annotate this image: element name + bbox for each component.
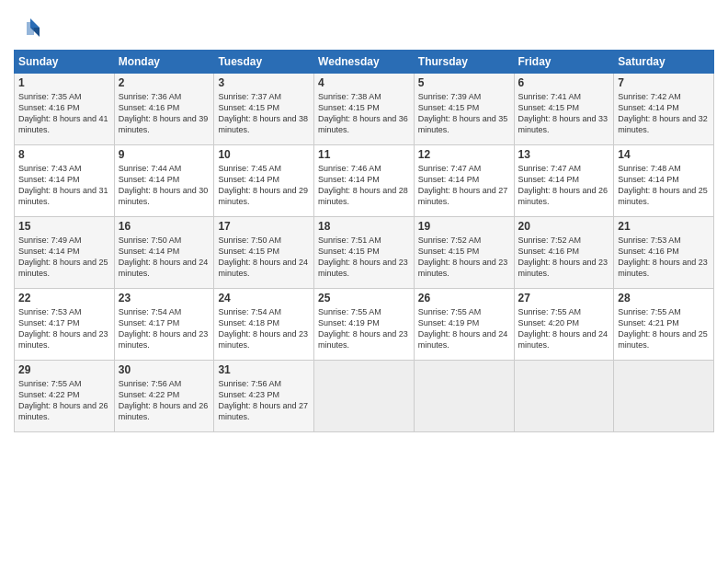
calendar-cell: 25 Sunrise: 7:55 AMSunset: 4:19 PMDaylig… xyxy=(314,289,415,361)
cell-content: Sunrise: 7:50 AMSunset: 4:14 PMDaylight:… xyxy=(119,235,210,280)
calendar-cell: 12 Sunrise: 7:47 AMSunset: 4:14 PMDaylig… xyxy=(414,145,514,217)
cell-content: Sunrise: 7:45 AMSunset: 4:14 PMDaylight:… xyxy=(218,163,310,208)
cell-content: Sunrise: 7:44 AMSunset: 4:14 PMDaylight:… xyxy=(119,163,210,208)
day-number: 2 xyxy=(119,76,210,89)
day-number: 22 xyxy=(18,292,110,304)
day-number: 25 xyxy=(318,292,410,304)
day-number: 8 xyxy=(18,148,110,161)
cell-content: Sunrise: 7:53 AMSunset: 4:16 PMDaylight:… xyxy=(618,235,710,280)
cell-content: Sunrise: 7:48 AMSunset: 4:14 PMDaylight:… xyxy=(618,163,710,208)
cell-content: Sunrise: 7:50 AMSunset: 4:15 PMDaylight:… xyxy=(218,235,310,280)
day-number: 29 xyxy=(18,363,110,376)
day-header-saturday: Saturday xyxy=(614,51,714,74)
cell-content: Sunrise: 7:55 AMSunset: 4:19 PMDaylight:… xyxy=(418,306,510,351)
calendar-cell: 5 Sunrise: 7:39 AMSunset: 4:15 PMDayligh… xyxy=(414,74,514,145)
day-header-friday: Friday xyxy=(514,51,614,74)
day-number: 21 xyxy=(618,220,710,233)
calendar-cell: 11 Sunrise: 7:46 AMSunset: 4:14 PMDaylig… xyxy=(314,145,415,217)
calendar-cell: 29 Sunrise: 7:55 AMSunset: 4:22 PMDaylig… xyxy=(15,361,115,432)
day-number: 11 xyxy=(318,148,410,161)
calendar-cell: 20 Sunrise: 7:52 AMSunset: 4:16 PMDaylig… xyxy=(514,217,614,289)
calendar-cell xyxy=(614,361,714,432)
calendar-cell: 31 Sunrise: 7:56 AMSunset: 4:23 PMDaylig… xyxy=(214,361,314,432)
logo xyxy=(14,15,45,42)
cell-content: Sunrise: 7:39 AMSunset: 4:15 PMDaylight:… xyxy=(418,91,510,136)
day-header-tuesday: Tuesday xyxy=(214,51,314,74)
day-header-wednesday: Wednesday xyxy=(314,51,415,74)
cell-content: Sunrise: 7:36 AMSunset: 4:16 PMDaylight:… xyxy=(119,91,210,136)
cell-content: Sunrise: 7:46 AMSunset: 4:14 PMDaylight:… xyxy=(318,163,410,208)
cell-content: Sunrise: 7:56 AMSunset: 4:22 PMDaylight:… xyxy=(119,378,210,423)
day-number: 7 xyxy=(618,76,710,89)
header xyxy=(14,9,714,42)
week-row-2: 8 Sunrise: 7:43 AMSunset: 4:14 PMDayligh… xyxy=(15,145,714,217)
calendar-cell: 4 Sunrise: 7:38 AMSunset: 4:15 PMDayligh… xyxy=(314,74,415,145)
calendar-cell: 18 Sunrise: 7:51 AMSunset: 4:15 PMDaylig… xyxy=(314,217,415,289)
week-row-3: 15 Sunrise: 7:49 AMSunset: 4:14 PMDaylig… xyxy=(15,217,714,289)
day-number: 20 xyxy=(518,220,610,233)
week-row-1: 1 Sunrise: 7:35 AMSunset: 4:16 PMDayligh… xyxy=(15,74,714,145)
calendar-cell: 9 Sunrise: 7:44 AMSunset: 4:14 PMDayligh… xyxy=(114,145,214,217)
cell-content: Sunrise: 7:42 AMSunset: 4:14 PMDaylight:… xyxy=(618,91,710,136)
day-number: 10 xyxy=(218,148,310,161)
day-number: 3 xyxy=(218,76,310,89)
calendar-cell: 1 Sunrise: 7:35 AMSunset: 4:16 PMDayligh… xyxy=(15,74,115,145)
calendar-cell: 3 Sunrise: 7:37 AMSunset: 4:15 PMDayligh… xyxy=(214,74,314,145)
cell-content: Sunrise: 7:52 AMSunset: 4:16 PMDaylight:… xyxy=(518,235,610,280)
svg-marker-2 xyxy=(27,22,34,35)
calendar-cell: 19 Sunrise: 7:52 AMSunset: 4:15 PMDaylig… xyxy=(414,217,514,289)
calendar-cell: 27 Sunrise: 7:55 AMSunset: 4:20 PMDaylig… xyxy=(514,289,614,361)
cell-content: Sunrise: 7:53 AMSunset: 4:17 PMDaylight:… xyxy=(18,306,110,351)
cell-content: Sunrise: 7:55 AMSunset: 4:21 PMDaylight:… xyxy=(618,306,710,351)
day-number: 18 xyxy=(318,220,410,233)
calendar-cell: 24 Sunrise: 7:54 AMSunset: 4:18 PMDaylig… xyxy=(214,289,314,361)
day-header-monday: Monday xyxy=(114,51,214,74)
calendar-cell: 8 Sunrise: 7:43 AMSunset: 4:14 PMDayligh… xyxy=(15,145,115,217)
day-number: 16 xyxy=(119,220,210,233)
calendar-cell: 7 Sunrise: 7:42 AMSunset: 4:14 PMDayligh… xyxy=(614,74,714,145)
day-number: 30 xyxy=(119,363,210,376)
cell-content: Sunrise: 7:43 AMSunset: 4:14 PMDaylight:… xyxy=(18,163,110,208)
calendar-cell: 14 Sunrise: 7:48 AMSunset: 4:14 PMDaylig… xyxy=(614,145,714,217)
calendar-cell: 26 Sunrise: 7:55 AMSunset: 4:19 PMDaylig… xyxy=(414,289,514,361)
day-number: 28 xyxy=(618,292,710,304)
day-number: 14 xyxy=(618,148,710,161)
calendar-cell: 6 Sunrise: 7:41 AMSunset: 4:15 PMDayligh… xyxy=(514,74,614,145)
day-header-sunday: Sunday xyxy=(15,51,115,74)
day-number: 26 xyxy=(418,292,510,304)
calendar-cell xyxy=(314,361,415,432)
calendar-table: SundayMondayTuesdayWednesdayThursdayFrid… xyxy=(14,50,714,432)
calendar-cell: 28 Sunrise: 7:55 AMSunset: 4:21 PMDaylig… xyxy=(614,289,714,361)
calendar-cell: 23 Sunrise: 7:54 AMSunset: 4:17 PMDaylig… xyxy=(114,289,214,361)
cell-content: Sunrise: 7:49 AMSunset: 4:14 PMDaylight:… xyxy=(18,235,110,280)
day-number: 9 xyxy=(119,148,210,161)
calendar-cell: 21 Sunrise: 7:53 AMSunset: 4:16 PMDaylig… xyxy=(614,217,714,289)
calendar-cell xyxy=(414,361,514,432)
day-number: 19 xyxy=(418,220,510,233)
calendar-cell: 10 Sunrise: 7:45 AMSunset: 4:14 PMDaylig… xyxy=(214,145,314,217)
cell-content: Sunrise: 7:55 AMSunset: 4:19 PMDaylight:… xyxy=(318,306,410,351)
calendar-cell: 2 Sunrise: 7:36 AMSunset: 4:16 PMDayligh… xyxy=(114,74,214,145)
day-number: 1 xyxy=(18,76,110,89)
calendar-cell: 17 Sunrise: 7:50 AMSunset: 4:15 PMDaylig… xyxy=(214,217,314,289)
cell-content: Sunrise: 7:47 AMSunset: 4:14 PMDaylight:… xyxy=(518,163,610,208)
calendar-cell: 30 Sunrise: 7:56 AMSunset: 4:22 PMDaylig… xyxy=(114,361,214,432)
calendar-cell: 13 Sunrise: 7:47 AMSunset: 4:14 PMDaylig… xyxy=(514,145,614,217)
page-container: SundayMondayTuesdayWednesdayThursdayFrid… xyxy=(0,0,728,442)
cell-content: Sunrise: 7:47 AMSunset: 4:14 PMDaylight:… xyxy=(418,163,510,208)
cell-content: Sunrise: 7:35 AMSunset: 4:16 PMDaylight:… xyxy=(18,91,110,136)
cell-content: Sunrise: 7:56 AMSunset: 4:23 PMDaylight:… xyxy=(218,378,310,423)
cell-content: Sunrise: 7:38 AMSunset: 4:15 PMDaylight:… xyxy=(318,91,410,136)
day-number: 15 xyxy=(18,220,110,233)
cell-content: Sunrise: 7:41 AMSunset: 4:15 PMDaylight:… xyxy=(518,91,610,136)
day-number: 23 xyxy=(119,292,210,304)
header-row: SundayMondayTuesdayWednesdayThursdayFrid… xyxy=(15,51,714,74)
cell-content: Sunrise: 7:51 AMSunset: 4:15 PMDaylight:… xyxy=(318,235,410,280)
day-number: 17 xyxy=(218,220,310,233)
calendar-cell: 15 Sunrise: 7:49 AMSunset: 4:14 PMDaylig… xyxy=(15,217,115,289)
calendar-cell: 22 Sunrise: 7:53 AMSunset: 4:17 PMDaylig… xyxy=(15,289,115,361)
day-number: 6 xyxy=(518,76,610,89)
calendar-cell xyxy=(514,361,614,432)
day-number: 31 xyxy=(218,363,310,376)
cell-content: Sunrise: 7:52 AMSunset: 4:15 PMDaylight:… xyxy=(418,235,510,280)
